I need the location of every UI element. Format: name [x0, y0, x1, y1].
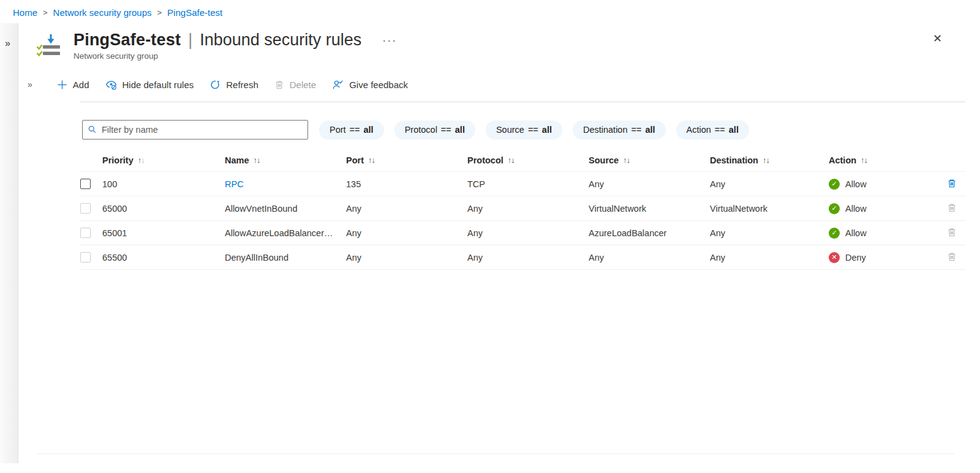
rule-protocol: Any: [467, 253, 589, 263]
rule-action: ✓ Allow: [829, 179, 938, 190]
toolbar-collapse-chevron-icon[interactable]: »: [28, 80, 32, 89]
rule-destination: Any: [710, 228, 829, 238]
rule-action: ✓ Allow: [829, 228, 938, 239]
row-delete-button[interactable]: [946, 177, 958, 192]
pill-value: all: [645, 125, 655, 135]
column-header-priority[interactable]: Priority ↑↓: [102, 155, 225, 165]
filter-pill-destination[interactable]: Destination == all: [573, 121, 666, 140]
trash-icon: [274, 80, 284, 90]
expand-menu-chevron-icon[interactable]: »: [5, 38, 10, 49]
action-label: Deny: [845, 253, 866, 263]
rule-name[interactable]: AllowAzureLoadBalancer…: [225, 228, 346, 238]
table-row: 65001 AllowAzureLoadBalancer… Any Any Az…: [80, 221, 965, 245]
column-header-port[interactable]: Port ↑↓: [346, 155, 467, 165]
rule-protocol: TCP: [467, 179, 589, 189]
add-button-label: Add: [73, 80, 89, 90]
close-blade-icon[interactable]: ✕: [933, 33, 942, 44]
column-header-destination[interactable]: Destination ↑↓: [710, 155, 829, 165]
filter-pill-protocol[interactable]: Protocol == all: [394, 121, 475, 140]
sort-icons: ↑↓: [763, 155, 769, 165]
pill-field: Source: [496, 125, 524, 135]
plus-icon: [57, 80, 67, 90]
action-status-icon: ✕: [829, 252, 840, 263]
breadcrumb-link-home[interactable]: Home: [13, 7, 37, 18]
action-status-icon: ✓: [829, 203, 840, 214]
page-title-resource-name: PingSafe-test: [74, 31, 181, 50]
action-label: Allow: [845, 204, 867, 214]
rules-table-body: 100 RPC 135 TCP Any Any ✓ Allow 65000 Al…: [80, 171, 965, 270]
hide-default-rules-button[interactable]: Hide default rules: [105, 79, 194, 91]
pill-operator: ==: [631, 125, 641, 135]
row-delete-button[interactable]: [946, 226, 958, 240]
toolbar-divider: [80, 102, 965, 102]
title-separator: |: [188, 31, 192, 50]
column-header-name[interactable]: Name ↑↓: [225, 155, 346, 165]
column-label: Port: [346, 155, 364, 165]
rule-priority: 65500: [102, 253, 225, 263]
eye-slash-icon: [105, 79, 117, 91]
column-label: Destination: [710, 155, 758, 165]
rule-priority: 65001: [102, 228, 225, 238]
breadcrumb-link-network-security-groups[interactable]: Network security groups: [53, 7, 152, 18]
give-feedback-label: Give feedback: [349, 80, 408, 90]
blade-title-block: PingSafe-test | Inbound security rules ·…: [74, 31, 397, 61]
row-checkbox[interactable]: [80, 203, 91, 214]
table-row: 65500 DenyAllInBound Any Any Any Any ✕ D…: [80, 245, 965, 270]
pill-field: Destination: [583, 125, 628, 135]
trash-icon: [947, 206, 957, 215]
rule-name[interactable]: AllowVnetInBound: [225, 204, 346, 214]
column-header-protocol[interactable]: Protocol ↑↓: [467, 155, 589, 165]
feedback-person-icon: [332, 79, 344, 91]
give-feedback-button[interactable]: Give feedback: [332, 79, 408, 91]
table-row: 65000 AllowVnetInBound Any Any VirtualNe…: [80, 196, 965, 221]
sort-icons: ↑↓: [254, 155, 260, 165]
row-checkbox[interactable]: [80, 179, 91, 189]
table-row: 100 RPC 135 TCP Any Any ✓ Allow: [80, 172, 965, 196]
action-status-icon: ✓: [829, 228, 840, 239]
breadcrumb: Home > Network security groups > PingSaf…: [0, 0, 980, 24]
sort-icons: ↑↓: [861, 155, 867, 165]
breadcrumb-link-pingsafe-test[interactable]: PingSafe-test: [167, 7, 222, 18]
column-label: Source: [589, 155, 619, 165]
filter-row: Port == all Protocol == all Source == al…: [82, 120, 980, 140]
filter-pill-port[interactable]: Port == all: [319, 121, 384, 140]
breadcrumb-separator: >: [43, 8, 48, 17]
rule-priority: 65000: [102, 204, 225, 214]
filter-pill-source[interactable]: Source == all: [486, 121, 562, 140]
pill-value: all: [364, 125, 374, 135]
refresh-button-label: Refresh: [226, 80, 258, 90]
pill-field: Port: [330, 125, 346, 135]
column-header-source[interactable]: Source ↑↓: [589, 155, 710, 165]
row-checkbox[interactable]: [80, 252, 91, 263]
column-label: Priority: [102, 155, 134, 165]
rule-name[interactable]: RPC: [225, 179, 346, 189]
rule-port: 135: [346, 179, 467, 189]
delete-button[interactable]: Delete: [274, 80, 316, 90]
command-bar: » Add Hide default rules: [28, 75, 980, 94]
rule-action: ✕ Deny: [829, 252, 938, 263]
filter-pill-action[interactable]: Action == all: [676, 121, 749, 140]
rule-protocol: Any: [467, 204, 589, 214]
pill-field: Protocol: [405, 125, 437, 135]
add-button[interactable]: Add: [57, 80, 89, 90]
column-header-action[interactable]: Action ↑↓: [829, 155, 938, 165]
filter-by-name-input[interactable]: [82, 120, 308, 140]
rule-name[interactable]: DenyAllInBound: [225, 253, 346, 263]
sort-icons: ↑↓: [138, 155, 145, 165]
pill-value: all: [542, 125, 552, 135]
row-delete-button[interactable]: [946, 250, 958, 265]
action-label: Allow: [845, 228, 867, 238]
rule-port: Any: [346, 228, 467, 238]
pill-operator: ==: [350, 125, 360, 135]
rule-source: Any: [589, 253, 710, 263]
rule-source: VirtualNetwork: [589, 204, 710, 214]
sort-icons: ↑↓: [508, 155, 514, 165]
network-security-group-icon: [35, 32, 63, 60]
pill-field: Action: [687, 125, 711, 135]
row-delete-button[interactable]: [946, 201, 958, 216]
more-options-icon[interactable]: ···: [382, 37, 397, 43]
rule-priority: 100: [102, 179, 225, 189]
refresh-button[interactable]: Refresh: [209, 79, 258, 90]
row-checkbox[interactable]: [80, 228, 91, 238]
rule-source: Any: [589, 179, 710, 189]
